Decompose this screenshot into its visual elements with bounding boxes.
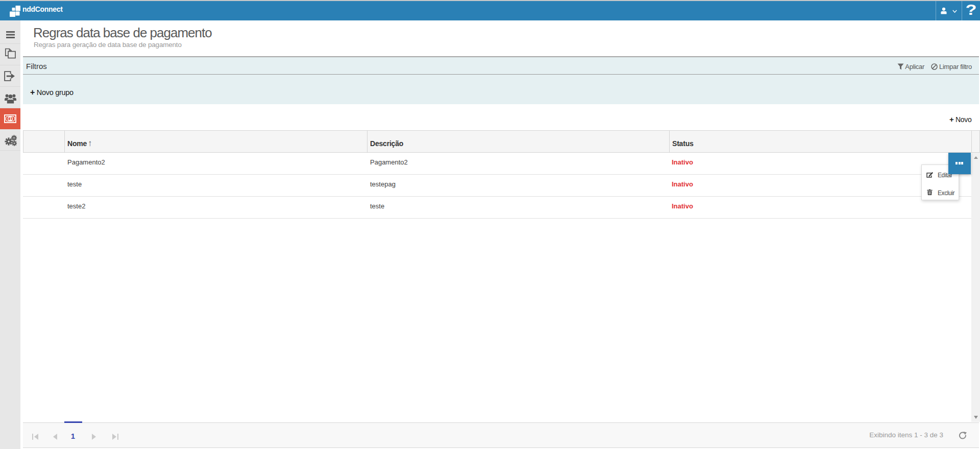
svg-text:1: 1 xyxy=(9,116,12,122)
